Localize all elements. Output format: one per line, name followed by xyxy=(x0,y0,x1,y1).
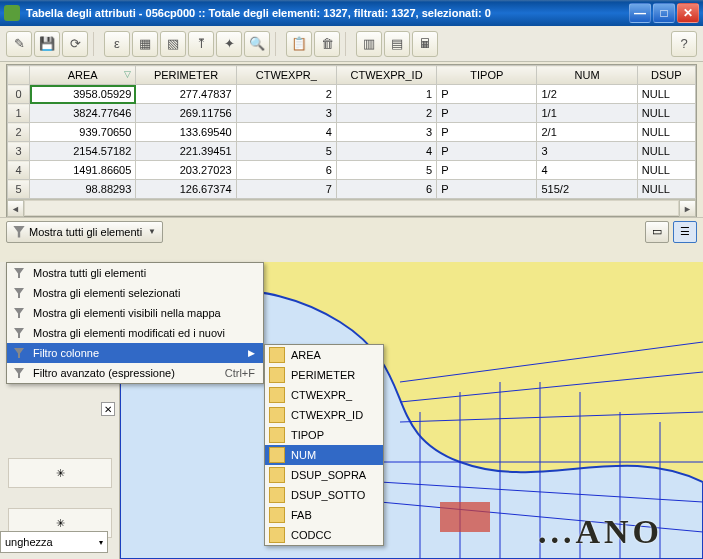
save-button[interactable]: 💾 xyxy=(34,31,60,57)
table-row[interactable]: 598.88293126.6737476P515/2NULL xyxy=(8,180,696,199)
submenu-item[interactable]: CTWEXPR_ID xyxy=(265,405,383,425)
delete-selected-button[interactable]: 🗑 xyxy=(314,31,340,57)
cell-area[interactable]: 939.70650 xyxy=(30,123,136,142)
reload-button[interactable]: ⟳ xyxy=(62,31,88,57)
cell-ctwexpr[interactable]: 5 xyxy=(236,142,336,161)
expression-select-button[interactable]: ε xyxy=(104,31,130,57)
cell-num[interactable]: 515/2 xyxy=(537,180,637,199)
select-all-button[interactable]: ▦ xyxy=(132,31,158,57)
cell-area[interactable]: 3824.77646 xyxy=(30,104,136,123)
delete-column-button[interactable]: ▤ xyxy=(384,31,410,57)
cell-tipop[interactable]: P xyxy=(437,123,537,142)
cell-perimeter[interactable]: 133.69540 xyxy=(136,123,236,142)
cell-perimeter[interactable]: 277.47837 xyxy=(136,85,236,104)
cell-ctwexpr[interactable]: 6 xyxy=(236,161,336,180)
row-header[interactable]: 5 xyxy=(8,180,30,199)
col-header-num[interactable]: NUM xyxy=(537,66,637,85)
filter-dropdown-button[interactable]: Mostra tutti gli elementi ▼ xyxy=(6,221,163,243)
length-combo[interactable]: unghezza ▾ xyxy=(0,531,108,553)
menu-item[interactable]: Mostra gli elementi visibili nella mappa xyxy=(7,303,263,323)
cell-num[interactable]: 1/1 xyxy=(537,104,637,123)
table-corner[interactable] xyxy=(8,66,30,85)
edit-toggle-button[interactable]: ✎ xyxy=(6,31,32,57)
submenu-item[interactable]: CODCC xyxy=(265,525,383,545)
submenu-item[interactable]: DSUP_SOPRA xyxy=(265,465,383,485)
table-row[interactable]: 03958.05929277.4783721P1/2NULL xyxy=(8,85,696,104)
form-view-button[interactable]: ▭ xyxy=(645,221,669,243)
cell-dsup[interactable]: NULL xyxy=(637,142,695,161)
minimize-button[interactable]: — xyxy=(629,3,651,23)
submenu-item[interactable]: TIPOP xyxy=(265,425,383,445)
cell-ctwexpr-id[interactable]: 6 xyxy=(336,180,436,199)
cell-num[interactable]: 2/1 xyxy=(537,123,637,142)
cell-perimeter[interactable]: 269.11756 xyxy=(136,104,236,123)
cell-tipop[interactable]: P xyxy=(437,85,537,104)
cell-area[interactable]: 2154.57182 xyxy=(30,142,136,161)
pan-to-selected-button[interactable]: 🔍 xyxy=(244,31,270,57)
table-row[interactable]: 2939.70650133.6954043P2/1NULL xyxy=(8,123,696,142)
cell-area[interactable]: 1491.86605 xyxy=(30,161,136,180)
cell-dsup[interactable]: NULL xyxy=(637,161,695,180)
col-header-ctwexpr-id[interactable]: CTWEXPR_ID xyxy=(336,66,436,85)
row-header[interactable]: 2 xyxy=(8,123,30,142)
cell-tipop[interactable]: P xyxy=(437,161,537,180)
submenu-item[interactable]: DSUP_SOTTO xyxy=(265,485,383,505)
close-button[interactable]: ✕ xyxy=(677,3,699,23)
col-header-ctwexpr[interactable]: CTWEXPR_ xyxy=(236,66,336,85)
cell-ctwexpr[interactable]: 7 xyxy=(236,180,336,199)
menu-item[interactable]: Mostra gli elementi modificati ed i nuov… xyxy=(7,323,263,343)
scroll-right-button[interactable]: ► xyxy=(679,200,696,217)
copy-button[interactable]: 📋 xyxy=(286,31,312,57)
cell-ctwexpr-id[interactable]: 2 xyxy=(336,104,436,123)
cell-tipop[interactable]: P xyxy=(437,180,537,199)
deselect-button[interactable]: ▧ xyxy=(160,31,186,57)
scroll-left-button[interactable]: ◄ xyxy=(7,200,24,217)
cell-tipop[interactable]: P xyxy=(437,142,537,161)
menu-item[interactable]: Mostra tutti gli elementi xyxy=(7,263,263,283)
table-row[interactable]: 32154.57182221.3945154P3NULL xyxy=(8,142,696,161)
col-header-dsup[interactable]: DSUP xyxy=(637,66,695,85)
submenu-item[interactable]: FAB xyxy=(265,505,383,525)
col-header-tipop[interactable]: TIPOP xyxy=(437,66,537,85)
cell-perimeter[interactable]: 221.39451 xyxy=(136,142,236,161)
cell-tipop[interactable]: P xyxy=(437,104,537,123)
row-header[interactable]: 1 xyxy=(8,104,30,123)
cell-dsup[interactable]: NULL xyxy=(637,123,695,142)
submenu-item[interactable]: CTWEXPR_ xyxy=(265,385,383,405)
row-header[interactable]: 4 xyxy=(8,161,30,180)
help-button[interactable]: ? xyxy=(671,31,697,57)
cell-dsup[interactable]: NULL xyxy=(637,85,695,104)
new-column-button[interactable]: ▥ xyxy=(356,31,382,57)
coord-tool-1[interactable]: ✳ xyxy=(8,458,112,488)
cell-area[interactable]: 98.88293 xyxy=(30,180,136,199)
cell-num[interactable]: 4 xyxy=(537,161,637,180)
invert-selection-button[interactable]: ✦ xyxy=(216,31,242,57)
cell-area[interactable]: 3958.05929 xyxy=(30,85,136,104)
menu-item[interactable]: Filtro avanzato (espressione)Ctrl+F xyxy=(7,363,263,383)
row-header[interactable]: 0 xyxy=(8,85,30,104)
menu-item[interactable]: Mostra gli elementi selezionati xyxy=(7,283,263,303)
cell-dsup[interactable]: NULL xyxy=(637,104,695,123)
submenu-item[interactable]: PERIMETER xyxy=(265,365,383,385)
row-header[interactable]: 3 xyxy=(8,142,30,161)
maximize-button[interactable]: □ xyxy=(653,3,675,23)
submenu-item[interactable]: NUM xyxy=(265,445,383,465)
cell-ctwexpr-id[interactable]: 5 xyxy=(336,161,436,180)
cell-ctwexpr[interactable]: 2 xyxy=(236,85,336,104)
cell-ctwexpr-id[interactable]: 3 xyxy=(336,123,436,142)
horizontal-scrollbar[interactable]: ◄ ► xyxy=(7,199,696,216)
menu-item[interactable]: Filtro colonne▶ xyxy=(7,343,263,363)
panel-close-button[interactable]: ✕ xyxy=(101,402,115,416)
move-selection-top-button[interactable]: ⤒ xyxy=(188,31,214,57)
table-view-button[interactable]: ☰ xyxy=(673,221,697,243)
cell-ctwexpr-id[interactable]: 4 xyxy=(336,142,436,161)
cell-ctwexpr[interactable]: 3 xyxy=(236,104,336,123)
cell-ctwexpr-id[interactable]: 1 xyxy=(336,85,436,104)
table-row[interactable]: 41491.86605203.2702365P4NULL xyxy=(8,161,696,180)
cell-dsup[interactable]: NULL xyxy=(637,180,695,199)
col-header-area[interactable]: AREA▽ xyxy=(30,66,136,85)
cell-ctwexpr[interactable]: 4 xyxy=(236,123,336,142)
cell-perimeter[interactable]: 126.67374 xyxy=(136,180,236,199)
scroll-track[interactable] xyxy=(24,200,679,216)
table-row[interactable]: 13824.77646269.1175632P1/1NULL xyxy=(8,104,696,123)
